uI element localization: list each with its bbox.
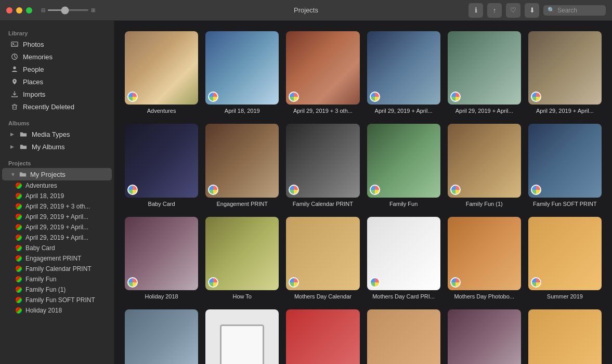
memories-icon [10,53,19,61]
maximize-button[interactable] [26,7,32,14]
project-card[interactable]: Engagement PRINT [205,124,279,207]
search-input[interactable] [557,7,599,14]
project-thumbnail [286,31,359,105]
share-button[interactable]: ↑ [487,3,502,18]
project-card[interactable]: Mothers Day Calendar [286,217,359,300]
project-card[interactable]: Untitled Project [125,309,198,364]
project-card[interactable]: Untitled Project (1) [205,309,279,364]
zoom-slider[interactable] [47,9,89,11]
sidebar-project-item[interactable]: April 29, 2019 + April... [7,222,112,232]
sidebar-project-item[interactable]: April 29, 2019 + April... [7,232,112,243]
sidebar-project-item[interactable]: Adventures [7,180,112,191]
my-projects-header[interactable]: ▼ My Projects [2,168,112,180]
project-card[interactable]: April 29, 2019 + 3 oth... [286,31,359,114]
photos-icon [10,40,19,48]
project-card[interactable]: Mothers Day Photobo... [448,217,521,300]
project-card[interactable]: Valentine Calendar [286,309,359,364]
project-badge [127,185,138,195]
sidebar-item-recently-deleted[interactable]: Recently Deleted [2,100,112,113]
minimize-button[interactable] [16,7,22,14]
project-card[interactable]: Valentines day card (2) [448,309,521,364]
project-card[interactable]: Baby Card [125,124,198,207]
project-card[interactable]: April 29, 2019 + April... [528,31,602,114]
info-button[interactable]: ℹ [468,3,483,18]
albums-section-label: Albums [0,117,114,128]
sidebar-item-memories[interactable]: Memories [2,50,112,63]
project-dot [16,235,22,241]
project-card[interactable]: April 18, 2019 [205,31,279,114]
project-thumbnail [125,124,198,197]
favorite-button[interactable]: ♡ [506,3,520,18]
project-item-label: Baby Card [25,244,55,252]
zoom-control: ⊟ ⊞ [41,7,95,13]
project-dot [16,214,22,220]
close-button[interactable] [6,7,12,14]
project-badge [208,185,218,195]
project-card[interactable]: Valentines day card P... [528,309,602,364]
sidebar-project-item[interactable]: Holiday 2018 [7,305,112,316]
sidebar-project-item[interactable]: Engagement PRINT [7,253,112,264]
project-badge [531,277,541,288]
people-icon [10,65,19,73]
project-item-label: Family Fun [25,276,56,283]
project-badge [289,92,299,102]
project-card[interactable]: Holiday 2018 [125,217,198,300]
export-button[interactable]: ⬇ [525,3,539,18]
project-card[interactable]: Adventures [125,31,198,114]
project-card[interactable]: Mothers Day Card PRI... [367,217,440,300]
project-card-label: April 29, 2019 + April... [375,107,433,114]
project-card[interactable]: Family Fun (1) [448,124,521,207]
project-card[interactable]: Family Fun [367,124,440,207]
project-card-label: Family Fun SOFT PRINT [533,200,597,207]
project-card[interactable]: Summer 2019 [528,217,602,300]
sidebar-project-item[interactable]: Family Calendar PRINT [7,264,112,274]
project-card[interactable]: April 29, 2019 + April... [367,31,440,114]
project-badge [127,92,138,102]
sidebar-item-media-types[interactable]: ▶ Media Types [2,128,112,140]
main-layout: Library Photos Memories People Places [0,21,612,364]
project-item-label: April 29, 2019 + April... [25,224,88,231]
sidebar-project-item[interactable]: April 18, 2019 [7,191,112,201]
sidebar-item-places[interactable]: Places [2,75,112,88]
project-badge [531,185,541,195]
project-item-label: Adventures [25,182,57,189]
project-card[interactable]: April 29, 2019 + April... [448,31,521,114]
project-card-label: How To [233,293,252,300]
sidebar-project-item[interactable]: April 29, 2019 + April... [7,212,112,222]
sidebar-project-item[interactable]: Family Fun [7,274,112,284]
svg-point-3 [13,67,16,69]
project-thumbnail [528,217,602,290]
sidebar-project-item[interactable]: April 29, 2019 + 3 oth... [7,201,112,212]
project-dot [16,245,22,251]
photos-label: Photos [23,41,44,48]
project-card[interactable]: How To [205,217,279,300]
sidebar-project-item[interactable]: Baby Card [7,243,112,253]
project-thumbnail [448,217,521,290]
sidebar-item-imports[interactable]: Imports [2,88,112,100]
project-badge [450,277,461,288]
project-card-label: Mothers Day Card PRI... [372,293,435,300]
project-item-label: Engagement PRINT [25,255,81,262]
project-item-label: April 29, 2019 + April... [25,234,88,241]
folder-icon [19,130,28,138]
project-thumbnail [205,309,279,364]
project-card[interactable]: Valentine2 [367,309,440,364]
sidebar-project-item[interactable]: Family Fun SOFT PRINT [7,295,112,305]
project-thumbnail [367,217,440,290]
imports-label: Imports [23,90,45,98]
project-thumbnail [528,309,602,364]
project-thumbnail [286,309,359,364]
project-item-label: Holiday 2018 [25,307,62,314]
project-badge [208,92,218,102]
project-card[interactable]: Family Calendar PRINT [286,124,359,207]
media-types-label: Media Types [32,131,70,138]
sidebar-item-people[interactable]: People [2,63,112,75]
projects-grid: Adventures April 18, 2019 April 29, 2019… [125,31,602,364]
sidebar-project-item[interactable]: Family Fun (1) [7,284,112,295]
project-card-label: Family Fun [389,200,418,207]
project-card[interactable]: Family Fun SOFT PRINT [528,124,602,207]
project-card-label: April 29, 2019 + April... [536,107,594,114]
sidebar-item-my-albums[interactable]: ▶ My Albums [2,140,112,153]
my-projects-icon [19,170,27,178]
sidebar-item-photos[interactable]: Photos [2,38,112,50]
